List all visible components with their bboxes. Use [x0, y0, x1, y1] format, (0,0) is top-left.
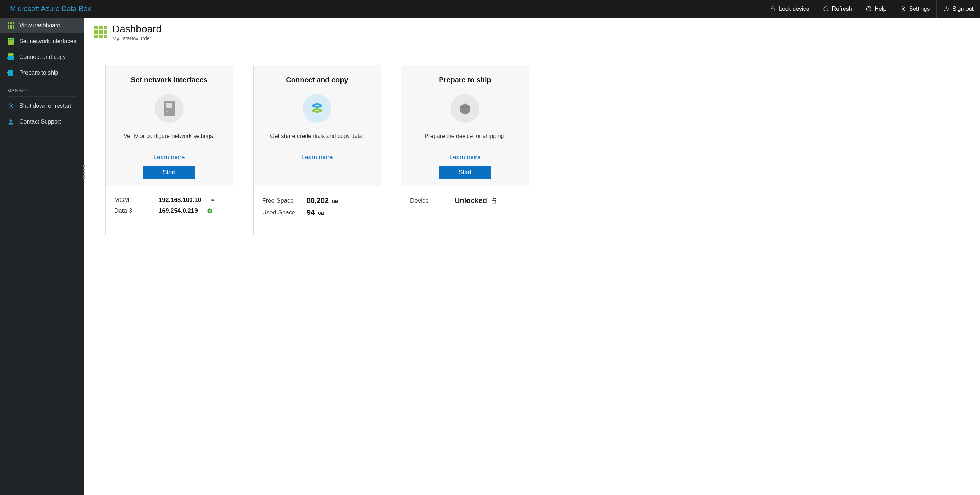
sidebar-item-label: Connect and copy [19, 54, 66, 60]
card-title: Set network interfaces [114, 76, 224, 84]
gear-icon [7, 102, 14, 110]
lock-device-button[interactable]: Lock device [763, 0, 816, 18]
gear-icon [900, 6, 906, 12]
sidebar-section-manage: MANAGE [7, 83, 76, 97]
server-icon [155, 94, 183, 123]
start-button[interactable]: Start [143, 166, 196, 179]
device-status-row: Device Unlocked [410, 196, 520, 205]
svg-point-11 [315, 105, 319, 106]
sidebar-item-shutdown-restart[interactable]: Shut down or restart [0, 98, 84, 114]
person-icon [7, 118, 14, 125]
disks-icon [303, 94, 331, 123]
svg-point-2 [868, 10, 869, 10]
top-bar: Microsoft Azure Data Box Lock device Ref… [0, 0, 980, 18]
start-button[interactable]: Start [439, 166, 491, 179]
sidebar-item-label: View dashboard [19, 22, 60, 29]
learn-more-link[interactable]: Learn more [154, 154, 185, 161]
sidebar: View dashboard Set network interfaces Co… [0, 18, 84, 495]
network-row-value: 169.254.0.219 [159, 207, 198, 215]
space-row-label: Used Space [262, 209, 298, 216]
page-header: Dashboard MyDataBoxOrder [84, 18, 980, 48]
learn-more-link[interactable]: Learn more [302, 154, 333, 161]
sidebar-item-view-dashboard[interactable]: View dashboard [0, 18, 84, 33]
plug-icon [210, 197, 216, 203]
card-description: Prepare the device for shipping. [410, 133, 520, 139]
svg-point-5 [10, 119, 12, 122]
network-row-label: Data 3 [114, 207, 150, 215]
sign-out-button[interactable]: Sign out [936, 0, 980, 18]
space-row-value: 94 [307, 209, 315, 216]
refresh-button[interactable]: Refresh [816, 0, 859, 18]
ship-icon [7, 69, 14, 76]
dashboard-icon [7, 22, 14, 29]
help-button[interactable]: Help [859, 0, 893, 18]
space-row-unit: GB [318, 211, 324, 216]
device-status-value: Unlocked [455, 196, 487, 205]
card-description: Get share credentials and copy data. [262, 133, 372, 139]
unlock-icon [490, 197, 498, 204]
svg-point-4 [10, 105, 12, 107]
network-row-value: 192.168.100.10 [159, 196, 201, 204]
card-title: Prepare to ship [410, 76, 520, 84]
cards-row: Set network interfaces Verify or configu… [84, 48, 980, 251]
network-icon [7, 38, 14, 45]
sidebar-item-connect-copy[interactable]: Connect and copy [0, 49, 84, 65]
sidebar-item-network-interfaces[interactable]: Set network interfaces [0, 33, 84, 49]
top-actions: Lock device Refresh Help Settings Sign o… [763, 0, 980, 18]
learn-more-link[interactable]: Learn more [450, 154, 481, 161]
main-content: Dashboard MyDataBoxOrder Set network int… [84, 18, 980, 495]
svg-rect-7 [166, 103, 172, 108]
network-row-label: MGMT [114, 196, 150, 204]
svg-point-3 [902, 8, 904, 10]
power-icon [943, 6, 950, 12]
svg-point-13 [315, 110, 319, 111]
sidebar-item-label: Prepare to ship [19, 70, 59, 76]
svg-rect-14 [492, 201, 496, 203]
space-row-used: Used Space 94 GB [262, 209, 372, 216]
network-row-data3: Data 3 169.254.0.219 [114, 207, 224, 215]
dashboard-icon [94, 25, 107, 38]
lock-icon [770, 6, 776, 12]
page-subtitle: MyDataBoxOrder [112, 35, 162, 41]
sidebar-item-label: Set network interfaces [19, 38, 76, 45]
help-icon [865, 6, 872, 12]
sidebar-item-prepare-ship[interactable]: Prepare to ship [0, 65, 84, 81]
network-row-mgmt: MGMT 192.168.100.10 [114, 196, 224, 204]
sidebar-item-label: Contact Support [19, 119, 61, 125]
card-title: Connect and copy [262, 76, 372, 84]
page-title: Dashboard [112, 23, 162, 35]
sidebar-resize-handle[interactable] [83, 165, 85, 179]
copy-icon [7, 54, 14, 61]
sidebar-item-contact-support[interactable]: Contact Support [0, 114, 84, 130]
space-row-label: Free Space [262, 197, 298, 204]
check-circle-icon [207, 208, 213, 214]
card-connect-copy: Connect and copy Get share credentials a… [253, 65, 381, 235]
space-row-free: Free Space 80,202 GB [262, 196, 372, 205]
card-prepare-ship: Prepare to ship Prepare the device for s… [401, 65, 529, 235]
refresh-icon [823, 6, 829, 12]
package-icon [451, 94, 479, 123]
settings-button[interactable]: Settings [893, 0, 936, 18]
svg-rect-0 [771, 9, 775, 11]
svg-point-9 [207, 209, 212, 213]
brand-title: Microsoft Azure Data Box [10, 5, 91, 13]
card-network-interfaces: Set network interfaces Verify or configu… [105, 65, 233, 235]
space-row-value: 80,202 [307, 196, 329, 204]
space-row-unit: GB [332, 199, 338, 204]
card-description: Verify or configure network settings. [114, 133, 224, 139]
device-label: Device [410, 197, 446, 204]
sidebar-item-label: Shut down or restart [19, 103, 71, 109]
svg-point-8 [167, 111, 168, 112]
